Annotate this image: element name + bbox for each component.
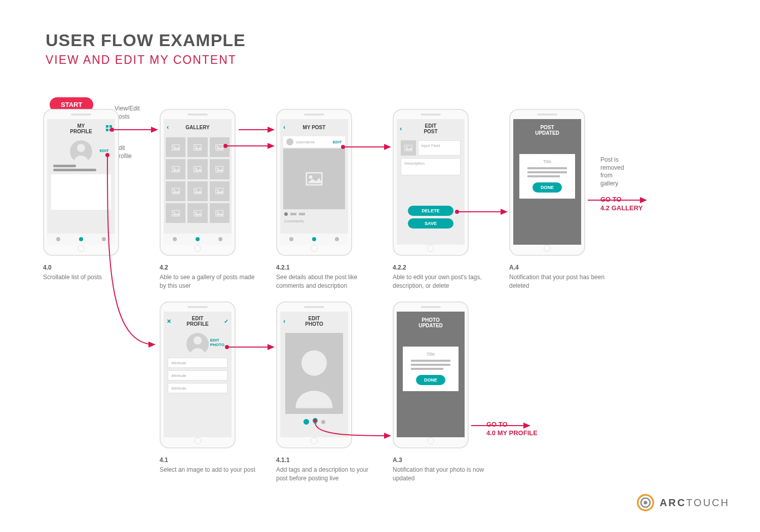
edit-link[interactable]: EDIT — [333, 140, 342, 144]
confirm-card: Title DONE — [403, 347, 459, 391]
svg-rect-0 — [106, 125, 108, 128]
phone-4-1-1: ‹ EDIT PHOTO — [276, 301, 352, 448]
svg-point-15 — [217, 168, 219, 169]
save-button[interactable]: SAVE — [408, 218, 453, 229]
caption-4-0: 4.0 Scrollable list of posts — [43, 263, 139, 282]
input-field[interactable]: Input Field — [418, 140, 461, 156]
screen-title: PHOTO UPDATED — [419, 317, 443, 328]
svg-point-23 — [173, 211, 175, 213]
confirm-card: Title DONE — [519, 154, 575, 199]
screen-title: EDIT PROFILE — [186, 316, 208, 327]
edit-link[interactable]: EDIT — [100, 148, 109, 153]
close-icon[interactable]: ✕ — [167, 318, 171, 324]
svg-rect-2 — [106, 129, 108, 131]
header: USER FLOW EXAMPLE VIEW AND EDIT MY CONTE… — [46, 30, 246, 67]
page-title: USER FLOW EXAMPLE — [46, 30, 246, 50]
svg-point-19 — [195, 189, 197, 191]
pager-dots — [280, 419, 348, 425]
svg-rect-1 — [109, 125, 112, 128]
svg-point-25 — [195, 211, 197, 213]
post-author-row: Username EDIT — [283, 136, 345, 147]
screen-title: EDIT PHOTO — [305, 316, 323, 327]
avatar — [186, 333, 209, 355]
check-icon[interactable]: ✓ — [224, 318, 229, 324]
post-image — [283, 148, 345, 209]
phone-a-4: POST UPDATED Title DONE — [509, 109, 585, 256]
caption-4-1-1: 4.1.1 Add tags and a description to your… — [276, 456, 372, 482]
avatar: EDIT — [47, 140, 115, 163]
caption-4-2-2: 4.2.2 Able to edit your own post's tags,… — [393, 263, 489, 290]
svg-point-27 — [217, 211, 219, 213]
svg-point-31 — [406, 146, 407, 148]
annot-edit-profile: Edit Profile — [115, 144, 160, 160]
caption-4-2: 4.2 Able to see a gallery of posts made … — [160, 263, 256, 290]
goto-profile: GO TO 4.0 MY PROFILE — [486, 421, 538, 438]
svg-rect-3 — [109, 129, 112, 131]
note-removed: Post is removed from gallery — [600, 156, 641, 187]
annot-view-edit: View/Edit Posts — [115, 105, 160, 121]
screen-title: MY PROFILE — [70, 123, 92, 134]
phone-4-2-1: ‹ MY POST Username EDIT Comments — [276, 109, 352, 256]
grid-icon[interactable] — [106, 125, 112, 132]
photo-preview — [285, 333, 343, 414]
back-icon[interactable]: ‹ — [283, 318, 285, 325]
phone-4-2: ‹ GALLERY — [160, 109, 236, 256]
back-icon[interactable]: ‹ — [400, 125, 402, 132]
svg-point-7 — [195, 145, 197, 147]
done-button[interactable]: DONE — [416, 375, 445, 385]
caption-a-3: A.3 Notification that your photo is now … — [393, 456, 489, 482]
svg-point-51 — [643, 501, 647, 504]
goto-gallery: GO TO 4.2 GALLERY — [600, 196, 642, 213]
phone-4-2-2: ‹ EDIT POST Input Field Description DELE… — [393, 109, 469, 256]
svg-point-29 — [309, 175, 313, 179]
description-field[interactable]: Description — [401, 158, 461, 175]
phone-a-3: PHOTO UPDATED Title DONE — [393, 301, 469, 448]
logo-icon — [636, 493, 655, 512]
thumb-icon — [401, 140, 416, 156]
screen-title: MY POST — [303, 125, 326, 130]
gallery-grid — [164, 135, 232, 225]
attr-field-1[interactable]: Attribute — [168, 358, 227, 368]
screen-title: GALLERY — [185, 125, 209, 130]
delete-button[interactable]: DELETE — [408, 206, 453, 216]
svg-point-5 — [173, 145, 175, 147]
brand-logo: ARCTOUCH — [636, 493, 730, 512]
tabbar[interactable] — [47, 234, 115, 245]
attr-field-3[interactable]: Attribute — [168, 383, 227, 393]
caption-4-2-1: 4.2.1 See details about the post like co… — [276, 263, 372, 290]
page-subtitle: VIEW AND EDIT MY CONTENT — [46, 53, 246, 67]
done-button[interactable]: DONE — [533, 182, 562, 193]
phone-4-0: MY PROFILE EDIT — [43, 109, 119, 256]
svg-point-13 — [195, 168, 197, 169]
attr-field-2[interactable]: Attribute — [168, 370, 227, 381]
svg-point-17 — [173, 189, 175, 191]
svg-point-21 — [217, 189, 219, 191]
avatar-icon — [286, 138, 293, 145]
edit-photo-link[interactable]: EDIT PHOTO — [210, 338, 224, 347]
pager-dots — [284, 212, 344, 216]
back-icon[interactable]: ‹ — [283, 124, 285, 131]
back-icon[interactable]: ‹ — [167, 124, 169, 131]
caption-4-1: 4.1 Select an image to add to your post — [160, 456, 256, 474]
svg-point-11 — [173, 168, 175, 169]
screen-title: EDIT POST — [424, 123, 437, 134]
svg-point-32 — [301, 350, 327, 375]
phone-4-1: ✕ EDIT PROFILE ✓ EDIT PHOTO Attribute At… — [160, 301, 236, 448]
screen-title: POST UPDATED — [535, 125, 559, 136]
caption-a-4: A.4 Notification that your post has been… — [509, 263, 605, 290]
svg-point-9 — [217, 145, 219, 147]
